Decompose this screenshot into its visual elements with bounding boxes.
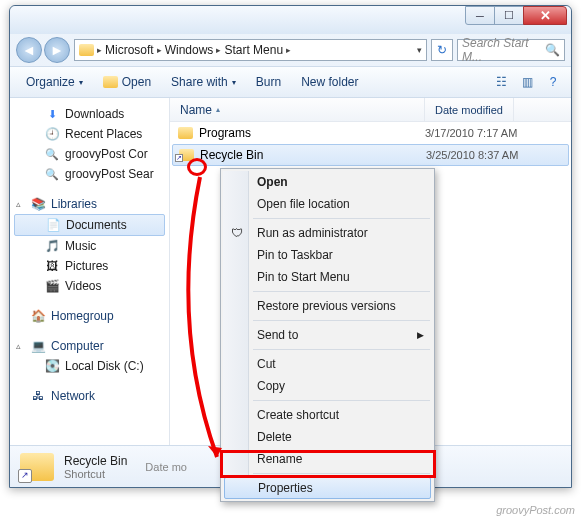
address-bar[interactable]: ▸ Microsoft ▸ Windows ▸ Start Menu ▸ ▾ bbox=[74, 39, 427, 61]
menu-item-send-to[interactable]: Send to▶ bbox=[223, 324, 432, 346]
menu-item-rename[interactable]: Rename bbox=[223, 448, 432, 470]
pic-icon bbox=[44, 258, 60, 274]
menu-item-open[interactable]: Open bbox=[223, 171, 432, 193]
organize-button[interactable]: Organize▾ bbox=[18, 71, 91, 93]
homegroup-icon bbox=[30, 308, 46, 324]
column-date[interactable]: Date modified bbox=[425, 98, 514, 121]
column-headers: Name▴ Date modified bbox=[170, 98, 571, 122]
menu-item-pin-to-taskbar[interactable]: Pin to Taskbar bbox=[223, 244, 432, 266]
folder-icon bbox=[103, 76, 118, 88]
column-name[interactable]: Name▴ bbox=[170, 98, 425, 121]
network-icon bbox=[30, 388, 46, 404]
sidebar-item[interactable]: Recent Places bbox=[10, 124, 169, 144]
sidebar-header-network[interactable]: Network bbox=[10, 386, 169, 406]
breadcrumb[interactable]: Start Menu bbox=[224, 43, 283, 57]
context-menu: OpenOpen file location🛡Run as administra… bbox=[220, 168, 435, 502]
burn-button[interactable]: Burn bbox=[248, 71, 289, 93]
window-controls: ─ ☐ ✕ bbox=[466, 6, 567, 25]
menu-separator bbox=[253, 291, 430, 292]
new-folder-button[interactable]: New folder bbox=[293, 71, 366, 93]
share-with-button[interactable]: Share with▾ bbox=[163, 71, 244, 93]
breadcrumb[interactable]: Windows bbox=[165, 43, 214, 57]
menu-separator bbox=[253, 473, 430, 474]
refresh-button[interactable]: ↻ bbox=[431, 39, 453, 61]
help-icon[interactable]: ? bbox=[543, 72, 563, 92]
details-name: Recycle Bin bbox=[64, 454, 127, 468]
menu-item-copy[interactable]: Copy bbox=[223, 375, 432, 397]
search-placeholder: Search Start M... bbox=[462, 36, 545, 64]
toolbar: Organize▾ Open Share with▾ Burn New fold… bbox=[10, 66, 571, 98]
sidebar-item-disk[interactable]: Local Disk (C:) bbox=[10, 356, 169, 376]
menu-separator bbox=[253, 320, 430, 321]
file-date: 3/25/2010 8:37 AM bbox=[426, 149, 518, 161]
sidebar-item-music[interactable]: Music bbox=[10, 236, 169, 256]
sidebar-item-pictures[interactable]: Pictures bbox=[10, 256, 169, 276]
sidebar-header-libraries[interactable]: ▵Libraries bbox=[10, 194, 169, 214]
search-icon bbox=[44, 166, 60, 182]
menu-item-delete[interactable]: Delete bbox=[223, 426, 432, 448]
search-icon bbox=[44, 146, 60, 162]
menu-item-properties[interactable]: Properties bbox=[224, 477, 431, 499]
submenu-arrow-icon: ▶ bbox=[417, 330, 424, 340]
menu-item-open-file-location[interactable]: Open file location bbox=[223, 193, 432, 215]
music-icon bbox=[44, 238, 60, 254]
menu-item-create-shortcut[interactable]: Create shortcut bbox=[223, 404, 432, 426]
file-row[interactable]: Programs3/17/2010 7:17 AM bbox=[170, 122, 571, 144]
titlebar[interactable]: ─ ☐ ✕ bbox=[10, 6, 571, 34]
sidebar-item[interactable]: groovyPost Sear bbox=[10, 164, 169, 184]
dl-icon bbox=[44, 106, 60, 122]
breadcrumb-sep-icon: ▸ bbox=[157, 45, 162, 55]
sidebar-item[interactable]: groovyPost Cor bbox=[10, 144, 169, 164]
libraries-icon bbox=[30, 196, 46, 212]
search-input[interactable]: Search Start M... 🔍 bbox=[457, 39, 565, 61]
breadcrumb-sep-icon: ▸ bbox=[216, 45, 221, 55]
maximize-button[interactable]: ☐ bbox=[494, 6, 524, 25]
view-options-icon[interactable]: ☷ bbox=[491, 72, 511, 92]
vid-icon bbox=[44, 278, 60, 294]
menu-item-restore-previous-versions[interactable]: Restore previous versions bbox=[223, 295, 432, 317]
menu-separator bbox=[253, 218, 430, 219]
file-name: Recycle Bin bbox=[200, 148, 263, 162]
address-dropdown-icon[interactable]: ▾ bbox=[417, 45, 422, 55]
breadcrumb-sep-icon: ▸ bbox=[97, 45, 102, 55]
doc-icon bbox=[45, 217, 61, 233]
sidebar-item[interactable]: Downloads bbox=[10, 104, 169, 124]
minimize-button[interactable]: ─ bbox=[465, 6, 495, 25]
menu-item-run-as-administrator[interactable]: 🛡Run as administrator bbox=[223, 222, 432, 244]
open-button[interactable]: Open bbox=[95, 71, 159, 93]
preview-pane-icon[interactable]: ▥ bbox=[517, 72, 537, 92]
shortcut-folder-icon bbox=[20, 453, 54, 481]
nav-pane: DownloadsRecent PlacesgroovyPost Corgroo… bbox=[10, 98, 170, 445]
expand-icon: ▵ bbox=[16, 199, 26, 209]
shortcut-overlay-icon: ↗ bbox=[175, 154, 183, 162]
close-button[interactable]: ✕ bbox=[523, 6, 567, 25]
sidebar-header-homegroup[interactable]: Homegroup bbox=[10, 306, 169, 326]
recent-icon bbox=[44, 126, 60, 142]
chevron-down-icon: ▾ bbox=[79, 78, 83, 87]
folder-icon bbox=[178, 127, 193, 139]
breadcrumb-sep-icon: ▸ bbox=[286, 45, 291, 55]
sort-asc-icon: ▴ bbox=[216, 105, 220, 114]
expand-icon: ▵ bbox=[16, 341, 26, 351]
details-date-label: Date mo bbox=[145, 461, 187, 473]
file-row[interactable]: ↗Recycle Bin3/25/2010 8:37 AM bbox=[172, 144, 569, 166]
folder-icon bbox=[79, 44, 94, 56]
sidebar-item-videos[interactable]: Videos bbox=[10, 276, 169, 296]
sidebar-header-computer[interactable]: ▵Computer bbox=[10, 336, 169, 356]
disk-icon bbox=[44, 358, 60, 374]
chevron-down-icon: ▾ bbox=[232, 78, 236, 87]
menu-separator bbox=[253, 400, 430, 401]
back-button[interactable]: ◄ bbox=[16, 37, 42, 63]
menu-item-cut[interactable]: Cut bbox=[223, 353, 432, 375]
nav-bar: ◄ ► ▸ Microsoft ▸ Windows ▸ Start Menu ▸… bbox=[10, 34, 571, 66]
menu-item-pin-to-start-menu[interactable]: Pin to Start Menu bbox=[223, 266, 432, 288]
computer-icon bbox=[30, 338, 46, 354]
shield-icon: 🛡 bbox=[229, 226, 245, 240]
sidebar-item-documents[interactable]: Documents bbox=[14, 214, 165, 236]
forward-button[interactable]: ► bbox=[44, 37, 70, 63]
search-icon: 🔍 bbox=[545, 43, 560, 57]
file-date: 3/17/2010 7:17 AM bbox=[425, 127, 517, 139]
breadcrumb[interactable]: Microsoft bbox=[105, 43, 154, 57]
file-name: Programs bbox=[199, 126, 251, 140]
watermark: groovyPost.com bbox=[496, 504, 575, 516]
